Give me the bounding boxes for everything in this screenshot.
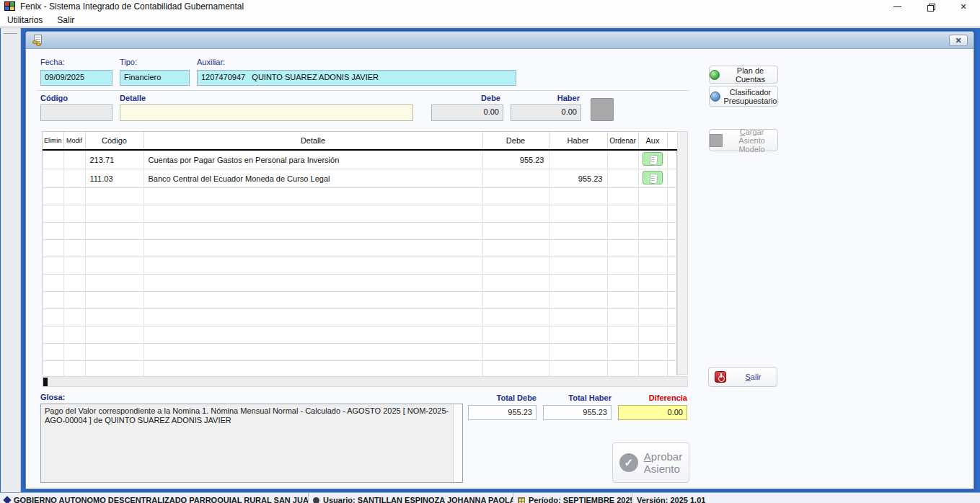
total-debe-label: Total Debe <box>468 393 537 402</box>
debe-input[interactable]: 0.00 <box>431 104 503 121</box>
periodo-text: Período: SEPTIEMBRE 2025 <box>529 496 632 503</box>
table-row-empty[interactable] <box>43 309 678 326</box>
menu-bar: Utilitarios Salir <box>0 13 980 27</box>
table-row-empty[interactable] <box>43 257 678 275</box>
clasificador-label-line2: Presupuestario <box>724 97 777 105</box>
haber-input[interactable]: 0.00 <box>511 104 581 121</box>
title-bar: Fenix - Sistema Integrado de Contabilida… <box>0 0 980 13</box>
cargar-asiento-modelo-button[interactable]: Cargar AsientoModelo <box>709 129 778 151</box>
asiento-window-titlebar: ✕ <box>26 32 974 49</box>
col-modif[interactable]: Modif <box>63 132 85 150</box>
user-icon <box>313 497 319 503</box>
mdi-area: ✕ Fecha: 09/09/2025 Tipo: Financiero Aux… <box>0 28 980 492</box>
total-haber-label: Total Haber <box>543 393 612 402</box>
diferencia-field: 0.00 <box>618 405 687 420</box>
entry-table-body: 213.71 Cuentas por Pagar Gastos en Perso… <box>43 150 678 378</box>
glosa-text: Pago del Valor correspondiente a la Nomi… <box>45 406 449 424</box>
plan-de-cuentas-button[interactable]: Plan de Cuentas <box>709 66 778 84</box>
menu-salir[interactable]: Salir <box>50 13 81 27</box>
clasificador-presupuestario-button[interactable]: ClasificadorPresupuestario <box>709 86 778 107</box>
usuario-text: Usuario: SANTILLAN ESPINOZA JOHANNA PAOL… <box>323 496 513 503</box>
fecha-label: Fecha: <box>40 58 65 66</box>
green-sphere-icon <box>710 70 720 80</box>
plan-de-cuentas-label: Plan de Cuentas <box>723 66 777 84</box>
auxiliar-input[interactable]: 1207470947 QUINTO SUAREZ ADONIS JAVIER <box>197 70 516 86</box>
detalle-label: Detalle <box>120 94 146 102</box>
blue-sphere-icon <box>710 92 720 102</box>
document-coins-icon <box>32 35 44 46</box>
close-button[interactable]: × <box>947 0 980 13</box>
table-row-empty[interactable] <box>43 205 678 223</box>
table-row-empty[interactable] <box>43 223 678 240</box>
col-haber[interactable]: Haber <box>549 132 607 150</box>
table-row-empty[interactable] <box>43 326 678 344</box>
status-usuario: Usuario: SANTILLAN ESPINOZA JOHANNA PAOL… <box>309 493 513 503</box>
minimize-icon <box>893 6 901 7</box>
aux-detail-button[interactable] <box>643 171 663 184</box>
table-row-empty[interactable] <box>43 361 678 378</box>
asiento-form: Fecha: 09/09/2025 Tipo: Financiero Auxil… <box>26 49 974 489</box>
cargar-label-line2: Modelo <box>738 145 764 153</box>
status-entity: GOBIERNO AUTONOMO DESCENTRALIZADO PARROQ… <box>0 493 309 503</box>
separator-line <box>37 90 689 91</box>
status-periodo: Período: SEPTIEMBRE 2025 <box>513 493 632 503</box>
diferencia-label: Diferencia <box>618 393 687 402</box>
power-icon <box>715 371 726 383</box>
aux-detail-button[interactable] <box>643 152 663 166</box>
grid-horizontal-scrollbar[interactable] <box>42 376 688 387</box>
aprobar-label: probar <box>651 450 682 463</box>
col-codigo[interactable]: Código <box>85 132 144 150</box>
dock-grip-handle[interactable] <box>4 32 17 34</box>
fecha-input[interactable]: 09/09/2025 <box>40 70 112 86</box>
total-haber-field: 955.23 <box>543 405 612 420</box>
menu-utilitarios[interactable]: Utilitarios <box>0 13 50 27</box>
codigo-input[interactable] <box>40 104 112 121</box>
table-row-empty[interactable] <box>43 275 678 292</box>
version-text: Versión: 2025 1.01 <box>637 496 705 503</box>
app-window: Fenix - Sistema Integrado de Contabilida… <box>0 0 980 503</box>
clasificador-label-line1: Clasificador <box>730 88 771 97</box>
table-row-empty[interactable] <box>43 240 678 257</box>
restore-button[interactable] <box>914 0 947 13</box>
glosa-label: Glosa: <box>40 393 65 401</box>
salir-label: alir <box>751 373 762 381</box>
table-row[interactable]: 213.71 Cuentas por Pagar Gastos en Perso… <box>43 150 678 169</box>
tipo-input[interactable]: Financiero <box>120 70 190 86</box>
cargar-accel: C <box>740 128 746 136</box>
col-aux[interactable]: Aux <box>638 132 667 150</box>
glosa-textarea[interactable]: Pago del Valor correspondiente a la Nomi… <box>40 404 463 483</box>
child-close-button[interactable]: ✕ <box>949 35 968 46</box>
col-elimin[interactable]: Elimin <box>43 132 63 150</box>
col-detalle[interactable]: Detalle <box>144 132 482 150</box>
table-row-empty[interactable] <box>43 344 678 361</box>
minimize-button[interactable] <box>880 0 914 13</box>
salir-button[interactable]: Salir <box>708 367 777 387</box>
search-account-button[interactable] <box>591 98 614 121</box>
tipo-label: Tipo: <box>120 58 137 66</box>
detalle-input[interactable] <box>120 104 413 121</box>
table-row-empty[interactable] <box>43 188 678 205</box>
grid-header-row: Elimin Modif Código Detalle Debe Haber O… <box>43 132 678 150</box>
entity-icon <box>3 496 11 503</box>
restore-icon <box>927 4 934 10</box>
window-title: Fenix - Sistema Integrado de Contabilida… <box>20 1 244 12</box>
total-debe-field: 955.23 <box>468 405 537 420</box>
gray-square-icon <box>710 134 723 147</box>
aprobar-asiento-button[interactable]: ✓ AprobarAsiento <box>612 442 689 483</box>
grid-vertical-scrollbar[interactable] <box>677 131 688 375</box>
codigo-label: Código <box>40 94 68 102</box>
calendar-icon <box>518 497 525 503</box>
table-row-empty[interactable] <box>43 292 678 309</box>
scrollbar-thumb[interactable] <box>43 378 48 386</box>
aprobar-accel: A <box>644 450 651 463</box>
app-logo-icon <box>4 1 15 11</box>
haber-label: Haber <box>511 94 580 102</box>
auxiliar-label: Auxiliar: <box>197 58 225 66</box>
col-ordenar[interactable]: Ordenar <box>607 132 638 150</box>
glosa-scrollbar[interactable] <box>453 404 462 482</box>
col-debe[interactable]: Debe <box>482 132 549 150</box>
check-icon: ✓ <box>619 453 638 472</box>
debe-label: Debe <box>431 94 500 102</box>
table-row[interactable]: 111.03 Banco Central del Ecuador Moneda … <box>43 169 678 188</box>
asiento-window: ✕ Fecha: 09/09/2025 Tipo: Financiero Aux… <box>25 31 974 489</box>
